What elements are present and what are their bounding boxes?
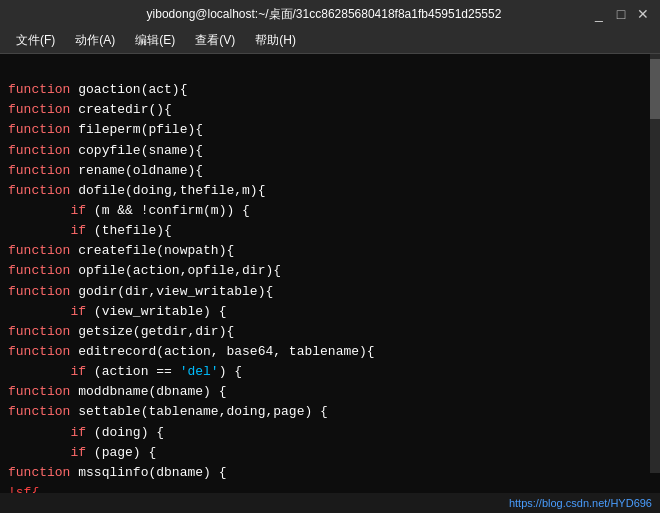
menu-action[interactable]: 动作(A) bbox=[67, 30, 123, 51]
menu-help[interactable]: 帮助(H) bbox=[247, 30, 304, 51]
minimize-button[interactable]: _ bbox=[590, 7, 608, 21]
window-controls: _ □ ✕ bbox=[590, 7, 652, 21]
window-title: yibodong@localhost:~/桌面/31cc86285680418f… bbox=[58, 6, 590, 23]
terminal-window: yibodong@localhost:~/桌面/31cc86285680418f… bbox=[0, 0, 660, 513]
status-url: https://blog.csdn.net/HYD696 bbox=[509, 497, 652, 509]
title-bar: yibodong@localhost:~/桌面/31cc86285680418f… bbox=[0, 0, 660, 28]
menu-edit[interactable]: 编辑(E) bbox=[127, 30, 183, 51]
status-bar: https://blog.csdn.net/HYD696 bbox=[0, 493, 660, 513]
scrollbar[interactable] bbox=[650, 54, 660, 473]
menu-bar: 文件(F) 动作(A) 编辑(E) 查看(V) 帮助(H) bbox=[0, 28, 660, 54]
close-button[interactable]: ✕ bbox=[634, 7, 652, 21]
scrollbar-thumb[interactable] bbox=[650, 59, 660, 119]
menu-file[interactable]: 文件(F) bbox=[8, 30, 63, 51]
maximize-button[interactable]: □ bbox=[612, 7, 630, 21]
terminal-content[interactable]: function goaction(act){ function created… bbox=[0, 54, 660, 493]
code-display: function goaction(act){ function created… bbox=[8, 60, 652, 493]
menu-view[interactable]: 查看(V) bbox=[187, 30, 243, 51]
